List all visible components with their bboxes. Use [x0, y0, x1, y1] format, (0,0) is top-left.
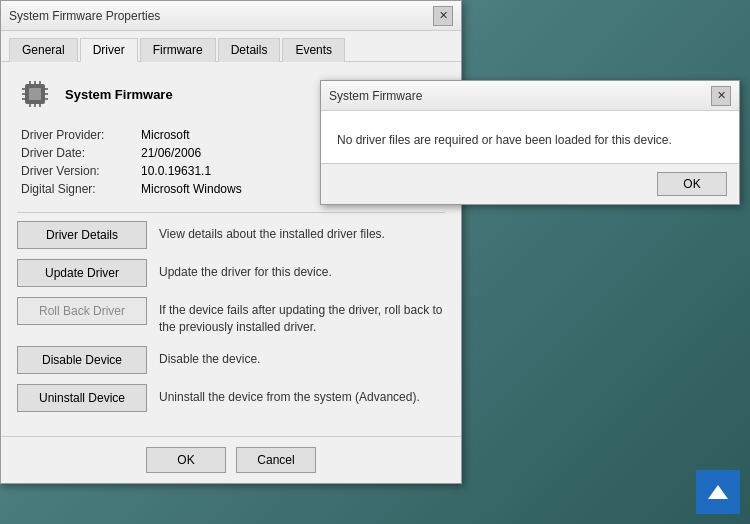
tabs-bar: General Driver Firmware Details Events: [1, 31, 461, 62]
main-dialog: System Firmware Properties ✕ General Dri…: [0, 0, 462, 484]
svg-marker-14: [708, 485, 728, 499]
main-dialog-close-button[interactable]: ✕: [433, 6, 453, 26]
main-dialog-title: System Firmware Properties: [9, 9, 160, 23]
main-cancel-button[interactable]: Cancel: [236, 447, 316, 473]
action-row-disable-device: Disable Device Disable the device.: [17, 346, 445, 374]
value-signer: Microsoft Windows: [141, 182, 242, 196]
secondary-ok-button[interactable]: OK: [657, 172, 727, 196]
chip-icon: [17, 76, 53, 112]
rollback-driver-button[interactable]: Roll Back Driver: [17, 297, 147, 325]
secondary-dialog-close-button[interactable]: ✕: [711, 86, 731, 106]
secondary-dialog-content: No driver files are required or have bee…: [321, 111, 739, 164]
secondary-message-text: No driver files are required or have bee…: [337, 131, 723, 149]
separator: [17, 212, 445, 213]
uninstall-device-button[interactable]: Uninstall Device: [17, 384, 147, 412]
secondary-dialog-title: System Firmware: [329, 89, 422, 103]
up-arrow-button[interactable]: [696, 470, 740, 514]
main-dialog-footer: OK Cancel: [1, 436, 461, 483]
secondary-dialog: System Firmware ✕ No driver files are re…: [320, 80, 740, 205]
tab-events[interactable]: Events: [282, 38, 345, 62]
up-arrow-icon: [706, 480, 730, 504]
tab-firmware[interactable]: Firmware: [140, 38, 216, 62]
secondary-dialog-footer: OK: [321, 164, 739, 204]
secondary-dialog-titlebar: System Firmware ✕: [321, 81, 739, 111]
label-provider: Driver Provider:: [21, 128, 141, 142]
driver-details-desc: View details about the installed driver …: [159, 221, 385, 243]
main-ok-button[interactable]: OK: [146, 447, 226, 473]
disable-device-button[interactable]: Disable Device: [17, 346, 147, 374]
update-driver-button[interactable]: Update Driver: [17, 259, 147, 287]
tab-driver[interactable]: Driver: [80, 38, 138, 62]
device-name-label: System Firmware: [65, 87, 173, 102]
rollback-driver-desc: If the device fails after updating the d…: [159, 297, 445, 336]
uninstall-device-desc: Uninstall the device from the system (Ad…: [159, 384, 420, 406]
tab-general[interactable]: General: [9, 38, 78, 62]
value-date: 21/06/2006: [141, 146, 201, 160]
update-driver-desc: Update the driver for this device.: [159, 259, 332, 281]
action-row-driver-details: Driver Details View details about the in…: [17, 221, 445, 249]
action-row-rollback-driver: Roll Back Driver If the device fails aft…: [17, 297, 445, 336]
label-date: Driver Date:: [21, 146, 141, 160]
tab-details[interactable]: Details: [218, 38, 281, 62]
action-row-update-driver: Update Driver Update the driver for this…: [17, 259, 445, 287]
value-provider: Microsoft: [141, 128, 190, 142]
svg-rect-1: [29, 88, 41, 100]
label-version: Driver Version:: [21, 164, 141, 178]
main-dialog-titlebar: System Firmware Properties ✕: [1, 1, 461, 31]
label-signer: Digital Signer:: [21, 182, 141, 196]
disable-device-desc: Disable the device.: [159, 346, 260, 368]
value-version: 10.0.19631.1: [141, 164, 211, 178]
driver-details-button[interactable]: Driver Details: [17, 221, 147, 249]
action-row-uninstall-device: Uninstall Device Uninstall the device fr…: [17, 384, 445, 412]
